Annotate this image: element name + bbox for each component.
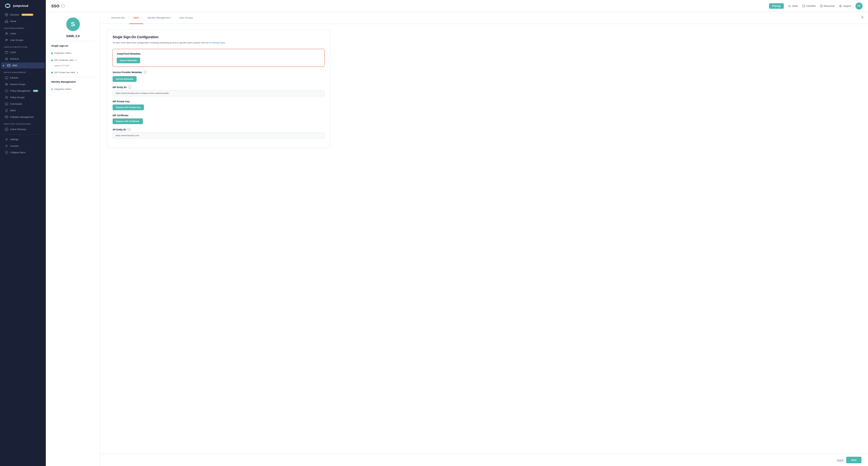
modal-tabs: General Info SSO Identity Management Use… (100, 12, 868, 24)
sidebar-item-sso[interactable]: SSO (1, 62, 45, 68)
sidebar-item-users[interactable]: Users (1, 31, 45, 36)
topbar: SSO i Pricing Alerts Checklist Resources (46, 0, 868, 12)
svg-rect-9 (5, 84, 6, 84)
sp-entity-id-label: SP Entity ID: i (113, 128, 325, 131)
integration-status-item: Integration Status (51, 52, 95, 54)
jumpcloud-metadata-label: JumpCloud Metadata: (117, 52, 320, 55)
sidebar-item-ldap[interactable]: LDAP (1, 49, 45, 55)
sidebar-item-label: RADIUS (10, 58, 19, 60)
checklist-icon (802, 5, 805, 7)
idp-entity-id-field: IdP Entity ID: i (113, 86, 325, 96)
replace-idp-certificate-button[interactable]: Replace IdP Certificate (113, 118, 143, 124)
sidebar-item-software-management[interactable]: Software Management (1, 114, 45, 120)
sidebar-item-active-directory[interactable]: Active Directory (1, 126, 45, 132)
svg-point-5 (5, 58, 8, 60)
tab-label: User Groups (179, 17, 193, 19)
topbar-info-icon[interactable]: i (61, 4, 65, 8)
desc-text: To learn more about this configuration, … (113, 41, 208, 44)
knowledge-base-link[interactable]: Knowledge Base (209, 41, 225, 44)
sidebar-item-settings[interactable]: Settings (1, 137, 45, 142)
svg-point-20 (6, 139, 7, 140)
identity-mgmt-section-title: Identity Management (51, 81, 95, 83)
support-icon (839, 5, 842, 7)
svg-point-17 (6, 116, 6, 117)
sidebar-item-commands[interactable]: Commands (1, 101, 45, 107)
app-name: SAML 2.0 (51, 34, 95, 38)
cert-expiry: expires 07-07-2027 (54, 65, 95, 66)
sidebar-item-label: MDM (10, 109, 16, 112)
chevron-down-icon-2: ▾ (77, 71, 78, 74)
sp-metadata-label: Service Provider Metadata: i (113, 71, 325, 74)
tab-user-groups[interactable]: User Groups (175, 12, 197, 24)
sidebar-item-policy-management[interactable]: Policy Management NEW (1, 88, 45, 94)
single-sign-on-section-title: Single sign-on (51, 45, 95, 47)
save-button[interactable]: save (846, 457, 862, 463)
svg-rect-16 (5, 116, 8, 118)
pricing-button[interactable]: Pricing (769, 3, 784, 9)
modal-main: × General Info SSO Identity Management U… (100, 12, 868, 466)
alerts-label: Alerts (792, 5, 798, 7)
sidebar: jumpcloud Discover GET STARTED Home User… (0, 0, 46, 466)
idp-private-key-field: IdP Private Key: Replace IdP Private Key (113, 100, 325, 110)
svg-point-3 (7, 39, 8, 40)
sidebar-item-label: Discover (10, 13, 19, 16)
replace-idp-private-key-button[interactable]: Replace IdP Private Key (113, 105, 144, 110)
resources-label: Resources (824, 5, 835, 7)
idp-entity-id-input[interactable] (113, 90, 325, 96)
sidebar-item-label: User Groups (10, 39, 23, 41)
sidebar-item-label: Device Groups (10, 83, 25, 86)
sidebar-item-policy-groups[interactable]: Policy Groups (1, 94, 45, 100)
active-dot (3, 65, 4, 66)
section-user-management: User Management (0, 25, 46, 30)
sidebar-item-mdm[interactable]: MDM (1, 108, 45, 114)
idp-entity-id-info-icon[interactable]: i (128, 86, 131, 89)
user-avatar[interactable]: KK (856, 2, 863, 9)
upload-metadata-button[interactable]: Upload Metadata (113, 76, 136, 82)
sidebar-item-user-groups[interactable]: User Groups (1, 37, 45, 43)
resources-link[interactable]: Resources (820, 5, 835, 7)
svg-rect-4 (5, 52, 8, 54)
sidebar-item-label: Policy Management (10, 89, 31, 92)
export-metadata-button[interactable]: Export Metadata (117, 58, 140, 63)
tab-general-info[interactable]: General Info (107, 12, 129, 24)
sidebar-item-account[interactable]: Account (1, 143, 45, 149)
sp-entity-id-info-icon[interactable]: i (128, 128, 131, 131)
alerts-link[interactable]: Alerts (788, 5, 798, 7)
sidebar-item-label: Users (10, 32, 16, 35)
sidebar-item-label: Collapse Menu (10, 151, 26, 154)
support-label: Support (843, 5, 851, 7)
key-dot-green (51, 72, 53, 74)
sidebar-logo-text: jumpcloud (13, 4, 28, 7)
sidebar-item-radius[interactable]: RADIUS (1, 56, 45, 62)
sso-config-title: Single Sign-On Configuration (113, 35, 325, 39)
support-link[interactable]: Support (839, 5, 851, 7)
idp-cert-label: IDP Certificate Valid (54, 59, 73, 61)
sidebar-item-device-groups[interactable]: Device Groups (1, 81, 45, 87)
sp-entity-id-input[interactable] (113, 132, 325, 139)
sidebar-divider (4, 134, 42, 135)
sidebar-item-collapse-menu[interactable]: Collapse Menu (1, 149, 45, 155)
cancel-button[interactable]: cancel (837, 459, 843, 461)
sp-metadata-info-icon[interactable]: i (144, 71, 147, 74)
sidebar-item-home[interactable]: Home (1, 18, 45, 24)
tab-sso[interactable]: SSO (129, 12, 143, 24)
modal-close-button[interactable]: × (861, 15, 864, 20)
jumpcloud-metadata-section: JumpCloud Metadata: Export Metadata (113, 49, 325, 67)
bell-icon (788, 5, 791, 7)
idp-cert-item: IDP Certificate Valid ▾ (51, 59, 95, 61)
tab-identity-management[interactable]: Identity Management (143, 12, 175, 24)
idp-key-item: IDP Private Key Valid ▾ (51, 71, 95, 74)
svg-rect-7 (7, 64, 10, 66)
svg-rect-10 (7, 84, 8, 84)
sidebar-item-discover[interactable]: Discover GET STARTED (1, 12, 45, 18)
checklist-link[interactable]: Checklist (802, 5, 815, 7)
sidebar-item-label: Policy Groups (10, 96, 25, 99)
idp-certificate-field: IdP Certificate: Replace IdP Certificate (113, 114, 325, 124)
idp-certificate-label: IdP Certificate: (113, 114, 325, 117)
resources-icon (820, 5, 823, 7)
sso-config-desc: To learn more about this configuration, … (113, 41, 325, 45)
checklist-label: Checklist (806, 5, 815, 7)
topbar-title-text: SSO (51, 4, 59, 8)
modal-content: Single Sign-On Configuration To learn mo… (100, 24, 868, 454)
sidebar-item-devices[interactable]: Devices (1, 75, 45, 81)
